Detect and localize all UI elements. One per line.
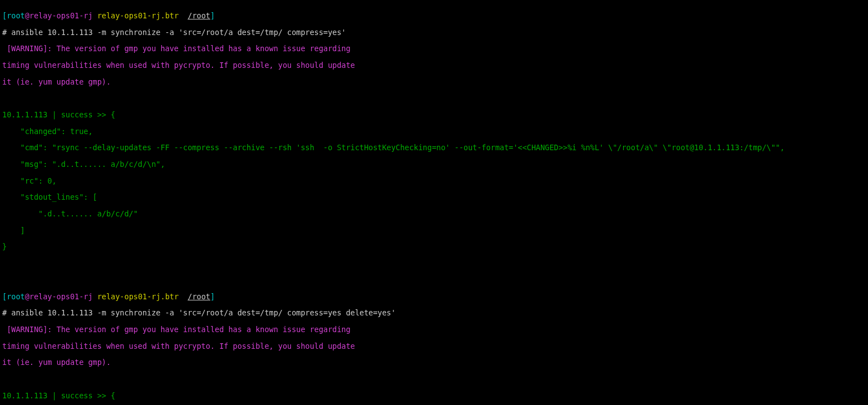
warning-label: [WARNING] (2, 325, 47, 334)
bracket: [ (2, 292, 7, 301)
terminal-output[interactable]: [root@relay-ops01-rj relay-ops01-rj.btr … (0, 0, 868, 405)
json-stdout-lines-open: "stdout_lines": [ (2, 193, 866, 201)
json-array-close: ] (2, 226, 866, 235)
prompt-host: relay-ops01-rj (29, 11, 93, 20)
bracket-close: ] (210, 11, 215, 20)
prompt-domain: relay-ops01-rj.btr (97, 292, 179, 301)
command-1: # ansible 10.1.1.113 -m synchronize -a '… (2, 28, 866, 37)
prompt-domain: relay-ops01-rj.btr (97, 11, 179, 20)
blank-line (2, 94, 866, 102)
warning-line-1: [WARNING]: The version of gmp you have i… (2, 45, 866, 53)
prompt-line: [root@relay-ops01-rj relay-ops01-rj.btr … (2, 12, 866, 20)
json-rc: "rc": 0, (2, 177, 866, 185)
result-header: 10.1.1.113 | success >> { (2, 392, 866, 400)
prompt-at: @ (25, 11, 29, 20)
blank-line (2, 276, 866, 284)
prompt-user: root (7, 292, 25, 301)
json-msg: "msg": ".d..t...... a/b/c/d/\n", (2, 160, 866, 169)
warning-line-3: it (ie. yum update gmp). (2, 78, 866, 86)
warning-line-1: [WARNING]: The version of gmp you have i… (2, 325, 866, 334)
prompt-cwd: /root (188, 292, 210, 301)
blank-line (2, 259, 866, 268)
warning-text: : The version of gmp you have installed … (47, 325, 351, 334)
blank-line (2, 375, 866, 383)
warning-line-2: timing vulnerabilities when used with py… (2, 61, 866, 70)
bracket: [ (2, 11, 7, 20)
json-changed: "changed": true, (2, 127, 866, 136)
prompt-host: relay-ops01-rj (29, 292, 93, 301)
json-object-close: } (2, 243, 866, 251)
json-cmd: "cmd": "rsync --delay-updates -FF --comp… (2, 144, 866, 152)
prompt-cwd: /root (188, 11, 210, 20)
prompt-user: root (7, 11, 25, 20)
space (93, 11, 97, 20)
spaces (179, 11, 188, 20)
warning-text: : The version of gmp you have installed … (47, 44, 351, 53)
result-header: 10.1.1.113 | success >> { (2, 111, 866, 119)
space (93, 292, 97, 301)
warning-label: [WARNING] (2, 44, 47, 53)
warning-line-2: timing vulnerabilities when used with py… (2, 342, 866, 350)
spaces (179, 292, 188, 301)
warning-line-3: it (ie. yum update gmp). (2, 358, 866, 367)
bracket-close: ] (210, 292, 215, 301)
prompt-at: @ (25, 292, 29, 301)
prompt-line: [root@relay-ops01-rj relay-ops01-rj.btr … (2, 293, 866, 301)
json-stdout-line: ".d..t...... a/b/c/d/" (2, 210, 866, 218)
command-2: # ansible 10.1.1.113 -m synchronize -a '… (2, 309, 866, 317)
